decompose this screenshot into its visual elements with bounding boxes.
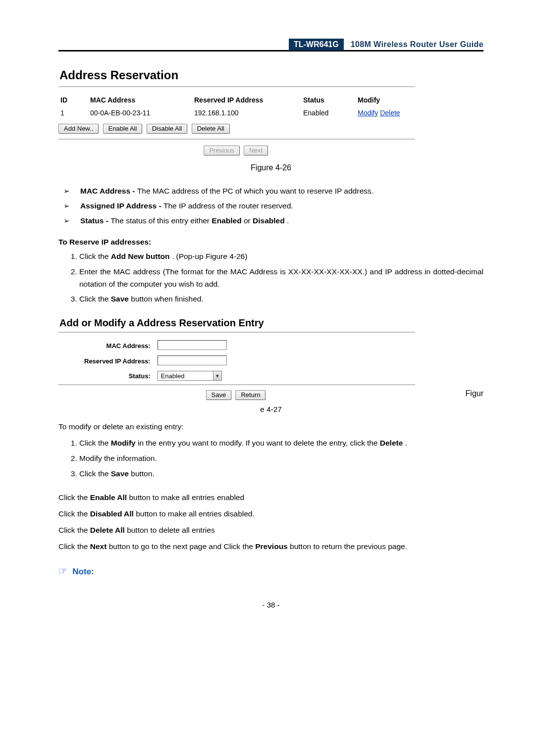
cell-mac: 00-0A-EB-00-23-11	[88, 107, 192, 120]
note-label: Note:	[72, 567, 94, 576]
modify-steps: Click the Modify in the entry you want t…	[65, 437, 483, 480]
definition: The status of this entry either	[110, 216, 212, 225]
rule	[58, 139, 415, 140]
table-head: ID MAC Address Reserved IP Address Statu…	[58, 94, 415, 107]
delete-all-button[interactable]: Delete All	[192, 124, 230, 134]
bold: Save	[111, 469, 129, 478]
page-number: - 38 -	[58, 601, 483, 609]
bold: Delete All	[90, 526, 125, 534]
bold: Add New button	[111, 252, 170, 260]
disabled-word: Disabled	[253, 216, 285, 225]
list-item: Click the Save button when finished.	[79, 293, 483, 305]
bold: Modify	[111, 439, 136, 447]
list-item: Click the Add New button . (Pop-up Figur…	[79, 251, 483, 263]
text: Click the Next button to go to the next …	[58, 541, 483, 553]
reservation-table: ID MAC Address Reserved IP Address Statu…	[58, 94, 415, 120]
enable-all-button[interactable]: Enable All	[103, 124, 143, 134]
list-item: Click the Save button.	[79, 468, 483, 480]
col-modify: Modify	[356, 94, 415, 107]
bold: Disabled All	[90, 509, 134, 518]
rule	[58, 384, 415, 385]
status-select[interactable]: Enabled ▼	[158, 371, 222, 381]
list-item: MAC Address - The MAC address of the PC …	[63, 185, 483, 197]
cell-status: Enabled	[301, 107, 356, 120]
list-item: Enter the MAC address (The format for th…	[79, 266, 483, 291]
col-ip: Reserved IP Address	[192, 94, 301, 107]
term: Assigned IP Address -	[80, 202, 163, 210]
ip-input[interactable]	[158, 355, 227, 365]
previous-button[interactable]: Previous	[204, 146, 240, 155]
fig2-caption-side: Figur	[466, 389, 483, 398]
next-button[interactable]: Next	[244, 146, 268, 155]
save-button[interactable]: Save	[206, 390, 232, 400]
button-row-1: Add New.. Enable All Disable All Delete …	[58, 124, 415, 134]
definition: The MAC address of the PC of which you w…	[137, 187, 374, 195]
col-id: ID	[58, 94, 88, 107]
cell-ip: 192.168.1.100	[192, 107, 301, 120]
form-table: MAC Address: Reserved IP Address: Status…	[80, 338, 231, 383]
enabled-word: Enabled	[212, 216, 241, 225]
list-item: Status - The status of this entry either…	[63, 215, 483, 227]
figure1-caption: Figure 4-26	[93, 163, 449, 172]
text: Click the Disabled All button to make al…	[58, 508, 483, 520]
table-row: 1 00-0A-EB-00-23-11 192.168.1.100 Enable…	[58, 107, 415, 120]
figure-address-reservation: Address Reservation ID MAC Address Reser…	[58, 68, 415, 155]
return-button[interactable]: Return	[235, 390, 266, 400]
status-value: Enabled	[161, 372, 185, 380]
document-page: TL-WR641G 108M Wireless Router User Guid…	[0, 0, 535, 756]
save-row: Save Return	[58, 390, 415, 400]
ip-label: Reserved IP Address:	[81, 354, 154, 368]
bold: Previous	[255, 542, 287, 551]
modify-intro: To modify or delete an existing entry:	[58, 421, 483, 433]
page-header: TL-WR641G 108M Wireless Router User Guid…	[58, 39, 483, 51]
bold: Save	[111, 295, 129, 303]
disable-all-button[interactable]: Disable All	[147, 124, 188, 134]
col-mac: MAC Address	[88, 94, 192, 107]
cell-id: 1	[58, 107, 88, 120]
hand-icon: ☞	[58, 565, 67, 576]
reserve-steps: Click the Add New button . (Pop-up Figur…	[65, 251, 483, 305]
rule	[58, 86, 415, 87]
delete-link[interactable]: Delete	[380, 109, 400, 117]
model-badge: TL-WR641G	[289, 39, 344, 50]
term: Status -	[80, 216, 110, 225]
add-new-button[interactable]: Add New..	[58, 124, 99, 134]
bold: Delete	[380, 439, 403, 447]
button-row-2: Previous Next	[58, 146, 415, 155]
bold: Enable All	[90, 493, 127, 502]
chevron-down-icon: ▼	[213, 371, 221, 380]
note: ☞ Note:	[58, 565, 483, 577]
col-status: Status	[301, 94, 356, 107]
term: MAC Address -	[80, 187, 137, 195]
bold: Next	[90, 542, 107, 551]
mac-input[interactable]	[158, 340, 227, 350]
fig2-caption: e 4-27	[58, 405, 483, 414]
fig2-heading: Add or Modify a Address Reservation Entr…	[59, 317, 415, 329]
status-label: Status:	[81, 369, 154, 382]
cell-modify: Modify Delete	[356, 107, 415, 120]
definition: The IP address of the router reserved.	[163, 202, 293, 210]
list-item: Click the Modify in the entry you want t…	[79, 437, 483, 450]
mac-label: MAC Address:	[81, 339, 154, 353]
text: Click the Enable All button to make all …	[58, 492, 483, 504]
rule	[58, 332, 415, 333]
reserve-heading: To Reserve IP addresses:	[58, 238, 483, 247]
definition-list: MAC Address - The MAC address of the PC …	[63, 185, 483, 227]
list-item: Assigned IP Address - The IP address of …	[63, 200, 483, 212]
button-explanations: Click the Enable All button to make all …	[58, 492, 483, 553]
text: Click the Delete All button to delete al…	[58, 524, 483, 537]
guide-title: 108M Wireless Router User Guide	[351, 40, 483, 49]
fig1-heading: Address Reservation	[59, 68, 415, 82]
modify-link[interactable]: Modify	[358, 109, 378, 117]
list-item: Modify the information.	[79, 453, 483, 465]
figure-add-modify: Add or Modify a Address Reservation Entr…	[58, 317, 415, 400]
